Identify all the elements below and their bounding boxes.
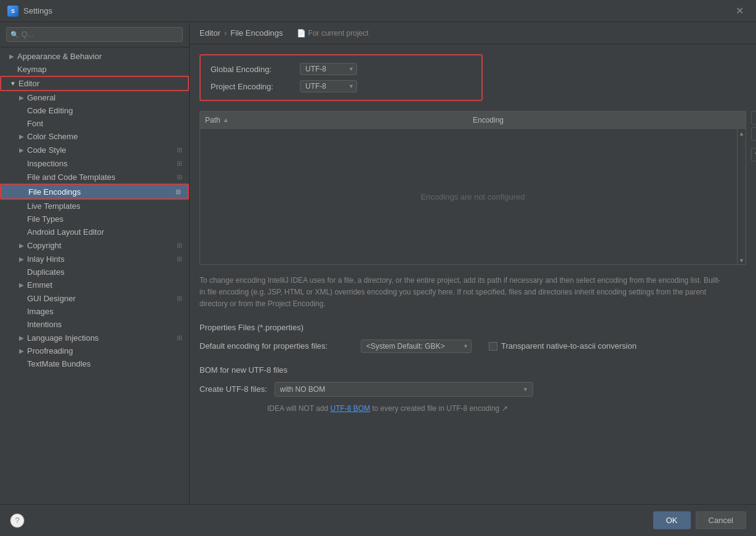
ok-button[interactable]: OK	[653, 511, 691, 529]
search-input[interactable]	[6, 27, 183, 42]
global-encoding-select-wrapper: UTF-8 ISO-8859-1 ASCII	[300, 63, 357, 75]
sidebar-item-copyright[interactable]: ▶ Copyright ⊞	[0, 238, 189, 252]
project-encoding-row: Project Encoding: UTF-8 ISO-8859-1 ASCII	[211, 80, 472, 92]
help-button[interactable]: ?	[10, 513, 25, 528]
sidebar-item-keymap[interactable]: Keymap	[0, 63, 189, 76]
breadcrumb-separator: ›	[224, 28, 227, 38]
global-encoding-row: Global Encoding: UTF-8 ISO-8859-1 ASCII	[211, 63, 472, 75]
transparent-checkbox[interactable]	[489, 342, 497, 351]
remove-path-button[interactable]: −	[751, 127, 756, 140]
sidebar-item-appearance[interactable]: ▶ Appearance & Behavior	[0, 50, 189, 63]
sidebar-item-label: File Encodings	[28, 187, 171, 197]
arrow-icon	[17, 173, 26, 181]
sidebar-item-duplicates[interactable]: Duplicates	[0, 266, 189, 278]
arrow-icon: ▶	[17, 281, 26, 290]
sidebar-item-label: TextMate Bundles	[27, 359, 184, 368]
sidebar-item-language-injections[interactable]: ▶ Language Injections ⊞	[0, 331, 189, 344]
encoding-header: Encoding	[473, 116, 741, 124]
arrow-icon	[17, 360, 26, 368]
arrow-icon	[18, 187, 27, 196]
sidebar-item-label: Duplicates	[27, 267, 184, 277]
default-encoding-select[interactable]: <System Default: GBK> UTF-8 ISO-8859-1	[361, 339, 472, 353]
arrow-icon: ▶	[17, 254, 26, 263]
sidebar-item-live-templates[interactable]: Live Templates	[0, 200, 189, 213]
arrow-icon	[17, 228, 26, 237]
arrow-icon	[17, 120, 26, 128]
sidebar-item-label: File Types	[27, 214, 184, 224]
copy-icon: ⊞	[174, 293, 184, 303]
default-encoding-row: Default encoding for properties files: <…	[199, 339, 746, 353]
copy-icon: ⊞	[174, 145, 184, 155]
sidebar-item-emmet[interactable]: ▶ Emmet	[0, 278, 189, 291]
sidebar-item-images[interactable]: Images	[0, 305, 189, 318]
sidebar-item-file-encodings[interactable]: File Encodings ⊞	[0, 184, 189, 200]
project-encoding-select[interactable]: UTF-8 ISO-8859-1 ASCII	[300, 80, 357, 92]
sidebar-item-file-code-templates[interactable]: File and Code Templates ⊞	[0, 170, 189, 184]
arrow-icon: ▶	[17, 145, 26, 154]
edit-path-button[interactable]: ✎	[751, 148, 756, 161]
arrow-icon: ▶	[17, 132, 26, 141]
sidebar-item-proofreading[interactable]: ▶ Proofreading	[0, 344, 189, 357]
sidebar-item-label: Inlay Hints	[27, 254, 172, 264]
cancel-button[interactable]: Cancel	[696, 511, 746, 529]
arrow-icon	[17, 159, 26, 168]
sidebar-item-general[interactable]: ▶ General	[0, 91, 189, 104]
copy-icon: ⊞	[174, 172, 184, 182]
copy-icon: ⊞	[174, 240, 184, 250]
sidebar-item-label: Editor	[18, 79, 183, 88]
panel-content: Global Encoding: UTF-8 ISO-8859-1 ASCII …	[190, 44, 756, 504]
bom-note: IDEA will NOT add UTF-8 BOM to every cre…	[199, 404, 746, 413]
arrow-icon: ▶	[17, 333, 26, 342]
sidebar-item-label: Appearance & Behavior	[17, 52, 184, 61]
app-icon: S	[7, 6, 18, 17]
breadcrumb: Editor › File Encodings 📄 For current pr…	[190, 22, 756, 44]
sidebar-item-gui-designer[interactable]: GUI Designer ⊞	[0, 291, 189, 305]
sidebar-item-file-types[interactable]: File Types	[0, 213, 189, 225]
arrow-icon	[7, 65, 16, 74]
sidebar: 🔍 ▶ Appearance & Behavior Keymap ▼	[0, 22, 190, 504]
copy-icon: ⊞	[173, 187, 183, 197]
bom-section-title: BOM for new UTF-8 files	[199, 365, 746, 375]
scroll-down-btn[interactable]: ▼	[738, 257, 746, 264]
sidebar-item-inlay-hints[interactable]: ▶ Inlay Hints ⊞	[0, 252, 189, 266]
sidebar-item-font[interactable]: Font	[0, 117, 189, 130]
sidebar-item-label: Keymap	[17, 65, 184, 74]
close-button[interactable]: ✕	[731, 2, 749, 19]
sort-icon: ▲	[223, 116, 229, 123]
global-encoding-label: Global Encoding:	[211, 65, 300, 74]
sidebar-item-intentions[interactable]: Intentions	[0, 318, 189, 331]
edit-button-wrapper: ✎	[751, 148, 756, 161]
default-encoding-select-wrapper: <System Default: GBK> UTF-8 ISO-8859-1	[361, 339, 472, 353]
transparent-label: Transparent native-to-ascii conversion	[501, 341, 637, 351]
bom-select[interactable]: with NO BOM with BOM	[275, 382, 533, 397]
breadcrumb-project-label: For current project	[308, 29, 369, 38]
settings-window: S Settings ✕ 🔍 ▶ Appearance & Behavior	[0, 0, 756, 536]
bom-note-link[interactable]: UTF-8 BOM	[330, 404, 370, 413]
global-encoding-select[interactable]: UTF-8 ISO-8859-1 ASCII	[300, 63, 357, 75]
sidebar-item-android-layout-editor[interactable]: Android Layout Editor	[0, 225, 189, 238]
sidebar-item-label: Live Templates	[27, 201, 184, 211]
scroll-up-btn[interactable]: ▲	[738, 130, 746, 137]
add-path-button[interactable]: +	[751, 111, 756, 124]
sidebar-item-editor[interactable]: ▼ Editor	[0, 76, 189, 91]
sidebar-item-label: Font	[27, 119, 184, 128]
table-scroll-bar: ▲ ▼	[737, 129, 746, 264]
arrow-icon	[17, 294, 26, 303]
sidebar-item-code-editing[interactable]: Code Editing	[0, 104, 189, 117]
table-action-buttons: + − ✎	[751, 111, 756, 161]
arrow-icon	[17, 268, 26, 277]
sidebar-item-textmate-bundles[interactable]: TextMate Bundles	[0, 357, 189, 370]
tree: ▶ Appearance & Behavior Keymap ▼ Editor …	[0, 47, 189, 504]
sidebar-item-label: Language Injections	[27, 333, 172, 343]
properties-section: Properties Files (*.properties) Default …	[199, 323, 746, 353]
arrow-icon: ▶	[17, 94, 26, 102]
sidebar-item-label: Code Style	[27, 145, 172, 155]
path-header: Path ▲	[205, 116, 473, 124]
sidebar-item-color-scheme[interactable]: ▶ Color Scheme	[0, 130, 189, 143]
sidebar-item-code-style[interactable]: ▶ Code Style ⊞	[0, 143, 189, 156]
sidebar-item-inspections[interactable]: Inspections ⊞	[0, 156, 189, 170]
arrow-icon: ▼	[9, 79, 17, 88]
window-title: Settings	[23, 6, 731, 15]
arrow-icon: ▶	[17, 347, 26, 355]
search-box: 🔍	[0, 22, 189, 47]
